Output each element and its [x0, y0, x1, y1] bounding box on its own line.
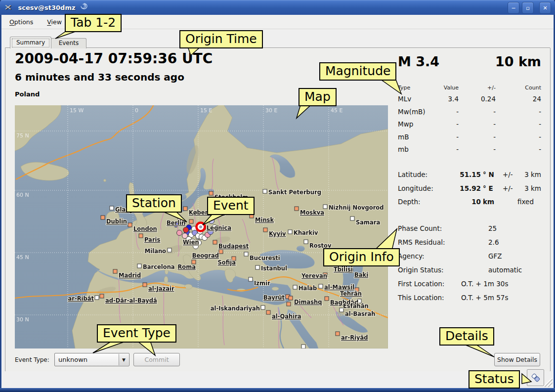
city-marker-Stockholm: [209, 191, 213, 195]
city-label: Sankt Peterburg: [268, 189, 321, 196]
event-marker: [197, 223, 205, 231]
magnitude-row-Mw(mB): Mw(mB)---: [398, 108, 541, 116]
city-label: Halab: [299, 285, 317, 292]
callout-origin-info: Origin Info: [323, 248, 400, 266]
city-marker-Dimashq: [289, 296, 293, 300]
commit-button[interactable]: Commit: [133, 353, 180, 366]
origin-info-value: GFZ: [488, 252, 502, 260]
city-label: ad-Dâr-al-Baydâ: [105, 297, 157, 304]
maximize-icon[interactable]: ▫: [522, 2, 534, 14]
city-label: al-Qahira: [272, 313, 301, 320]
origin-info-value: automatic: [488, 266, 522, 274]
city-marker-al-Mawsil: [319, 284, 323, 288]
event-type-value: unknown: [58, 356, 87, 363]
tab-summary[interactable]: Summary: [10, 37, 51, 48]
svg-text:75 N: 75 N: [16, 132, 29, 139]
city-marker-Bucuresti: [244, 252, 248, 256]
origin-info-value: 25: [488, 224, 497, 232]
city-marker-Milano: [168, 248, 171, 252]
city-label: Sofija: [218, 259, 236, 266]
city-marker-Moskva: [295, 207, 299, 211]
city-label: Beograd: [192, 252, 219, 259]
city-label: Esfahân: [343, 303, 369, 309]
city-label: Izmir: [254, 280, 270, 287]
origin-info-value: O.T. + 1m 30s: [461, 280, 508, 288]
event-type-label: Event Type:: [15, 356, 49, 363]
location-cell: 15.92: [445, 184, 481, 192]
callout-event: Event: [207, 197, 255, 215]
svg-text:15 E: 15 E: [200, 107, 212, 114]
city-label: Samara: [356, 219, 380, 226]
location-row: Latitude:51.15° N+/-3 km: [398, 171, 541, 178]
connection-status-button[interactable]: [527, 369, 544, 386]
city-marker-Sankt Peterburg: [263, 189, 267, 193]
city-label: Kyyiv: [269, 230, 286, 237]
city-marker-Izmir: [249, 277, 253, 281]
title-bar[interactable]: ✕ scesv@st30dmz ─ ▫ ✕: [0, 0, 555, 15]
callout-station: Station: [126, 194, 182, 213]
origin-info-label: Origin Status:: [398, 266, 444, 274]
location-cell: 3 km: [517, 171, 541, 178]
location-row: Longitude:15.92° E+/-3 km: [398, 184, 541, 192]
location-cell: 51.15: [445, 171, 481, 178]
magnitude-cell: -: [459, 145, 496, 153]
show-details-button[interactable]: Show Details: [494, 353, 540, 366]
origin-info-label: This Location:: [398, 294, 444, 302]
city-label: Baki: [354, 271, 368, 278]
tab-events[interactable]: Events: [51, 38, 86, 48]
minimize-icon[interactable]: ─: [508, 2, 519, 14]
magnitude-table-header: TypeValue+/-Count: [398, 85, 541, 91]
magnitude-depth-headline: M 3.4 10 km: [398, 54, 541, 69]
city-label: Bucuresti: [250, 255, 280, 261]
origin-info-value: 2.6: [488, 238, 499, 246]
window-border: [0, 0, 1, 392]
city-label: Istanbul: [261, 265, 287, 272]
magnitude-col-header: Type: [398, 85, 427, 91]
city-label: Legnica: [207, 224, 231, 231]
chevron-down-icon[interactable]: ▼: [119, 354, 128, 365]
city-marker: [287, 302, 291, 306]
city-label: Paris: [144, 236, 160, 243]
city-marker-Paris: [139, 234, 143, 238]
city-marker-Nizhnij Novgorod: [323, 205, 327, 209]
application-window: ✕ scesv@st30dmz ─ ▫ ✕ OptionsView Summar…: [0, 0, 555, 392]
city-label: Budapest: [218, 243, 249, 250]
magnitude-cell: -: [496, 108, 541, 116]
city-label: Milano: [145, 248, 166, 255]
europe-map[interactable]: 15 W015 E30 E45 E75 N60 N45 N30 N Glasgo…: [15, 105, 388, 348]
magnitude-headline: M 3.4: [398, 54, 439, 69]
svg-text:30 N: 30 N: [16, 316, 29, 323]
city-marker-Istanbul: [256, 265, 259, 269]
magnitude-cell: -: [459, 133, 496, 141]
station-marker: [183, 227, 189, 233]
window-border: [0, 388, 555, 392]
city-label: al-Basrah: [345, 310, 375, 317]
location-cell: Longitude:: [398, 184, 445, 192]
city-label: Tbilisi: [334, 266, 353, 273]
event-type-dropdown[interactable]: unknown ▼: [54, 353, 129, 366]
close-icon[interactable]: ✕: [539, 2, 551, 14]
menu-item-view[interactable]: View: [41, 16, 68, 28]
city-marker-ad-Dâr-al-Baydâ: [100, 294, 104, 298]
origin-time: 2009-04-17 07:59:36 UTC: [15, 50, 213, 67]
city-label: Dimashq: [294, 299, 322, 305]
resize-grip-icon[interactable]: [543, 376, 553, 387]
city-marker-ar-Ribât: [95, 296, 99, 300]
station-marker: [209, 218, 214, 224]
magnitude-row-mB: mB---: [398, 133, 541, 141]
callout-origin-time: Origin Time: [179, 30, 263, 48]
magnitude-cell: -: [427, 133, 459, 141]
menu-item-options[interactable]: Options: [3, 16, 39, 28]
svg-text:0: 0: [135, 107, 138, 114]
time-ago: 6 minutes and 33 seconds ago: [15, 71, 184, 83]
location-cell: Depth:: [398, 198, 445, 206]
location-cell: [503, 198, 517, 206]
city-label: Barcelona: [143, 263, 175, 270]
callout-map: Map: [299, 88, 337, 106]
city-label: Bayrût: [263, 294, 285, 301]
location-cell: Latitude:: [398, 171, 445, 178]
magnitude-cell: -: [459, 120, 496, 128]
city-label: Tehrân: [340, 290, 362, 297]
magnitude-cell: 24: [496, 95, 541, 103]
city-label: al-Mawsil: [324, 284, 354, 291]
